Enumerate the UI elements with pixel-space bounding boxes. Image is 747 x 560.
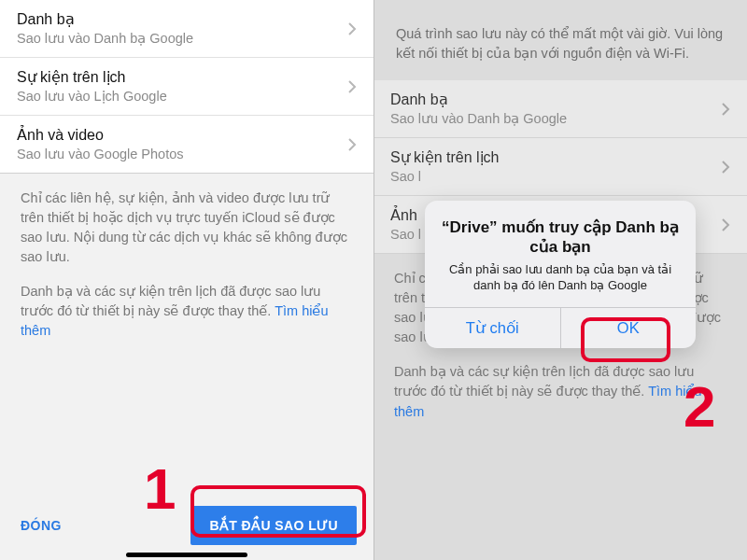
alert-message: Cần phải sao lưu danh bạ của bạn và tải … xyxy=(442,261,679,294)
chevron-right-icon xyxy=(348,80,357,93)
row-subtitle: Sao lưu vào Danh bạ Google xyxy=(390,110,722,127)
alert-deny-button[interactable]: Từ chối xyxy=(425,308,560,348)
info-paragraph-1: Chỉ các liên hệ, sự kiện, ảnh và video đ… xyxy=(0,174,374,267)
pane-divider xyxy=(374,0,374,560)
info-top: Quá trình sao lưu này có thể mất một vài… xyxy=(374,0,747,80)
info-paragraph-2: Danh bạ và các sự kiện trên lịch đã được… xyxy=(0,267,374,341)
row-calendar[interactable]: Sự kiện trên lịch Sao lưu vào Lịch Googl… xyxy=(0,58,374,116)
chevron-right-icon xyxy=(348,22,357,35)
row-title: Danh bạ xyxy=(17,10,348,29)
row-title: Danh bạ xyxy=(390,91,722,109)
row-contacts[interactable]: Danh bạ Sao lưu vào Danh bạ Google xyxy=(374,80,747,138)
home-indicator xyxy=(126,553,247,557)
alert-actions: Từ chối OK xyxy=(425,307,696,348)
chevron-right-icon xyxy=(722,218,730,231)
contacts-permission-alert: “Drive” muốn truy cập Danh bạ của bạn Cầ… xyxy=(425,201,696,348)
backup-options-list: Danh bạ Sao lưu vào Danh bạ Google Sự ki… xyxy=(0,0,374,174)
right-step-screenshot: Quá trình sao lưu này có thể mất một vài… xyxy=(374,0,747,560)
row-title: Sự kiện trên lịch xyxy=(17,68,348,87)
row-photos[interactable]: Ảnh và video Sao lưu vào Google Photos xyxy=(0,116,374,174)
chevron-right-icon xyxy=(722,103,730,116)
alert-ok-button[interactable]: OK xyxy=(560,308,697,348)
row-title: Ảnh và video xyxy=(17,126,348,145)
chevron-right-icon xyxy=(348,138,357,151)
row-calendar[interactable]: Sự kiện trên lịch Sao l xyxy=(374,138,747,196)
row-subtitle: Sao lưu vào Lịch Google xyxy=(17,88,348,105)
row-subtitle: Sao lưu vào Google Photos xyxy=(17,146,348,162)
start-backup-button[interactable]: BẮT ĐẦU SAO LƯU xyxy=(190,506,357,545)
close-button[interactable]: ĐÓNG xyxy=(17,509,65,542)
info-paragraph-2: Danh bạ và các sự kiện trên lịch đã được… xyxy=(374,347,747,421)
row-subtitle: Sao lưu vào Danh bạ Google xyxy=(17,30,348,47)
bottom-action-bar: ĐÓNG BẮT ĐẦU SAO LƯU xyxy=(0,506,374,551)
chevron-right-icon xyxy=(722,161,730,174)
alert-title: “Drive” muốn truy cập Danh bạ của bạn xyxy=(442,217,679,258)
row-contacts[interactable]: Danh bạ Sao lưu vào Danh bạ Google xyxy=(0,0,374,58)
left-step-screenshot: Danh bạ Sao lưu vào Danh bạ Google Sự ki… xyxy=(0,0,374,560)
row-subtitle: Sao l xyxy=(390,168,722,185)
row-title: Sự kiện trên lịch xyxy=(390,148,722,167)
